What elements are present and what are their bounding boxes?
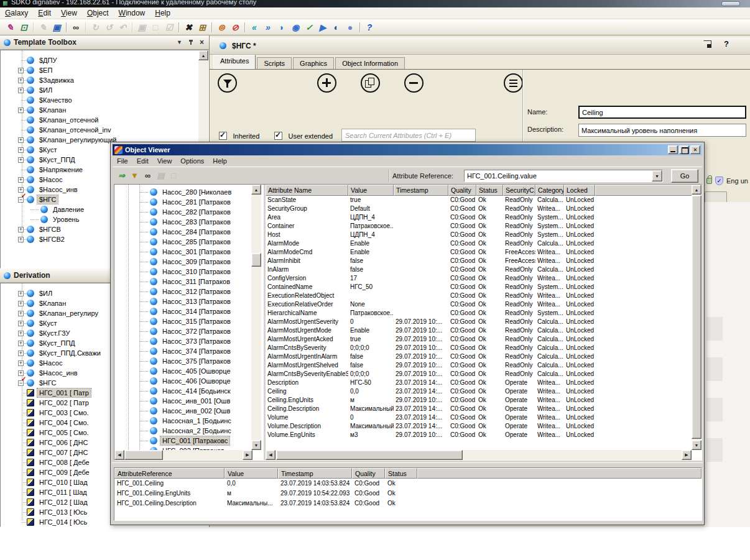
tree-item[interactable]: $Качество	[1, 95, 198, 105]
grid-row[interactable]: Volume.EngUnitsм3 29.07.2019 10:...C0:Go…	[266, 431, 701, 439]
grid-row[interactable]: AreaЦДПН_4 C0:Good OkReadOnly System...U…	[266, 213, 701, 222]
expander-icon[interactable]	[18, 311, 24, 316]
expander-icon[interactable]	[18, 237, 24, 242]
filter-icon[interactable]: ▼	[128, 169, 141, 182]
maximize-button[interactable]	[679, 145, 689, 154]
edit-icon[interactable]: ✎	[36, 21, 50, 34]
horizontal-scrollbar[interactable]: ◀ ▶	[114, 450, 252, 460]
menu-item[interactable]: Edit	[132, 156, 153, 166]
scroll-right-button[interactable]: ▶	[682, 450, 692, 460]
automation-object-icon[interactable]: ⇒	[115, 169, 128, 182]
column-header[interactable]: Value	[348, 185, 394, 196]
grid-row[interactable]: AlarmCntsBySeverityEnableShelved0;0;0;0 …	[266, 370, 701, 379]
panel-menu-button[interactable]: ▼	[175, 38, 184, 47]
expander-icon[interactable]	[18, 321, 24, 326]
tree-item[interactable]: Насос_405 [Ошворце	[114, 366, 251, 376]
grid-row[interactable]: Volume.DescriptionМаксимальный... 23.07.…	[266, 422, 701, 431]
tree-item[interactable]: Насос_372 [Патраков	[114, 326, 251, 336]
go-button[interactable]: Go	[671, 169, 698, 183]
tree-item[interactable]: $Клапан	[1, 105, 198, 115]
filter-attributes-button[interactable]	[218, 73, 237, 93]
grid-row[interactable]: AlarmMostUrgentSeverity0 29.07.2019 10:.…	[266, 318, 701, 326]
name-field[interactable]	[578, 106, 746, 119]
expander-icon[interactable]	[18, 370, 24, 376]
scroll-left-button[interactable]: ◀	[114, 450, 124, 460]
tree-item[interactable]: Насос_инв_002 [Ошв	[114, 406, 251, 416]
checkout-icon[interactable]: ↻	[88, 21, 102, 34]
scroll-up-button[interactable]: ▲	[251, 185, 261, 195]
tree-item[interactable]: Насос_406 [Ошворце	[114, 376, 251, 386]
grid-row[interactable]: Ceiling.EngUnitsм 29.07.2019 10:...C0:Go…	[266, 396, 701, 405]
grid-row[interactable]: ConfigVersion17 C0:Good OkReadOnly Write…	[266, 274, 701, 283]
find-icon[interactable]: ∞	[69, 21, 83, 34]
grid-row[interactable]: Volume0 23.07.2019 14:...C0:Good OkOpera…	[266, 413, 701, 422]
grid-row[interactable]: AlarmMostUrgentShelvedfalse 29.07.2019 1…	[266, 361, 701, 370]
scroll-up-button[interactable]: ▲	[692, 185, 701, 195]
pin-icon[interactable]	[186, 38, 195, 47]
tree-item[interactable]: Насосная_1 [Бодьинс	[114, 416, 251, 426]
description-field[interactable]	[578, 124, 746, 137]
menu-item[interactable]: Options	[176, 156, 208, 166]
tree-item[interactable]: Насосная_2 [Бодьинс	[114, 426, 251, 436]
delete-icon[interactable]: ✖	[182, 21, 195, 34]
tree-item[interactable]: $Клапан_отсечной	[1, 115, 198, 125]
close-button[interactable]: ×	[690, 145, 700, 154]
inherited-checkbox[interactable]	[219, 132, 227, 140]
duplicate-attribute-button[interactable]	[361, 73, 380, 93]
column-header[interactable]: SecurityC...	[503, 185, 535, 196]
scroll-thumb[interactable]	[276, 450, 463, 460]
tree-item[interactable]: Насос_375 [Патраков	[114, 356, 251, 366]
menu-item[interactable]: Galaxy	[0, 7, 33, 19]
galaxy-load-icon[interactable]: □	[149, 21, 162, 34]
expander-icon[interactable]	[18, 380, 24, 386]
save-icon[interactable]: ▣	[50, 21, 63, 34]
grid-row[interactable]: AlarmModeEnable C0:Good OkReadOnly Calcu…	[266, 239, 701, 248]
grid-row[interactable]: ScanStatetrue C0:Good OkReadOnly Calcula…	[266, 196, 701, 204]
column-header[interactable]: Value	[225, 468, 278, 479]
expander-icon[interactable]	[18, 187, 24, 193]
tree-item[interactable]: Насос_309 [Патраков	[114, 257, 251, 267]
expander-icon[interactable]	[18, 78, 24, 83]
watch-row[interactable]: НГС_001.Ceiling0,0 23.07.2019 14:03:53.8…	[114, 479, 701, 489]
expander-icon[interactable]	[18, 157, 24, 163]
column-header[interactable]: Quality	[352, 468, 385, 479]
undeploy-icon[interactable]: »	[261, 21, 275, 34]
menu-item[interactable]: Edit	[33, 7, 56, 19]
menu-item[interactable]: View	[56, 7, 82, 19]
tree-item[interactable]: $Задвижка	[1, 75, 198, 85]
expander-icon[interactable]	[18, 197, 24, 203]
help-icon[interactable]: ?	[724, 39, 729, 48]
tree-item[interactable]: Насос_373 [Патраков	[114, 336, 251, 346]
globe-icon[interactable]: ◉	[289, 21, 302, 34]
column-header[interactable]: Status	[385, 468, 417, 479]
checkin-icon[interactable]: ↺	[102, 21, 116, 34]
editor-tab[interactable]: Attributes	[213, 55, 256, 69]
scroll-down-button[interactable]: ▼	[251, 440, 261, 450]
scroll-up-button[interactable]: ▲	[198, 50, 208, 60]
watch-row[interactable]: НГС_001.Ceiling.DescriptionМаксимальны..…	[114, 498, 701, 508]
expander-icon[interactable]	[18, 291, 24, 296]
grid-row[interactable]: AlarmInhibitfalse C0:Good OkFreeAccess W…	[266, 257, 701, 265]
tree-item[interactable]: Насос_инв_001 [Ошв	[114, 396, 251, 406]
user-extended-checkbox[interactable]	[274, 132, 282, 140]
comet-icon[interactable]: ◗	[275, 21, 289, 34]
expander-icon[interactable]	[18, 147, 24, 153]
menu-item[interactable]: View	[153, 156, 177, 166]
column-header[interactable]: Attribute Name	[266, 185, 348, 196]
tree-item[interactable]: $ЕП	[1, 65, 198, 75]
tree-item[interactable]: Насос_283 [Патраков	[114, 217, 251, 227]
find-icon[interactable]: ∞	[141, 169, 154, 182]
grid-row[interactable]: ExecutionRelatedObject C0:Good OkReadOnl…	[266, 291, 701, 300]
scroll-thumb[interactable]	[124, 450, 163, 460]
grid-row[interactable]: AlarmMostUrgentModeEnable 29.07.2019 10:…	[266, 326, 701, 335]
tree-item[interactable]: Насос_310 [Патраков	[114, 267, 251, 277]
tree-item[interactable]: Насос_301 [Патраков	[114, 247, 251, 257]
expander-icon[interactable]	[18, 68, 24, 73]
scroll-thumb[interactable]	[692, 195, 701, 439]
expander-icon[interactable]	[18, 360, 24, 366]
expander-icon[interactable]	[18, 351, 24, 356]
operations-icon[interactable]: ⊚	[215, 21, 228, 34]
attribute-reference-input[interactable]: НГС_001.Ceiling.value ▼	[464, 170, 663, 182]
watch-splitter[interactable]	[112, 462, 703, 467]
tree-item[interactable]: Насос_280 [Николаев	[114, 187, 251, 197]
